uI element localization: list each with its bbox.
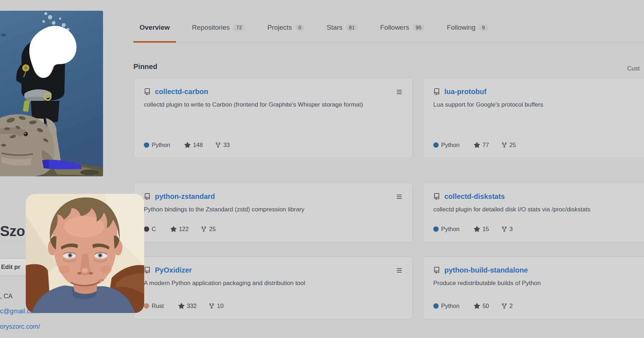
tab-stars[interactable]: Stars 81 [321,12,364,43]
fork-count-value: 33 [223,142,230,148]
star-count-value: 77 [482,142,489,148]
star-count[interactable]: 50 [474,303,489,309]
repo-book-icon [433,267,440,274]
repo-forked-icon [215,142,221,148]
language-dot [144,226,149,232]
profile-avatar-photo[interactable] [0,11,103,176]
star-count-value: 15 [482,226,489,232]
fork-count-value: 3 [509,226,513,232]
tab-counter: 95 [413,24,425,31]
repo-forked-icon [501,303,507,309]
repo-forked-icon [201,226,207,232]
profile-location: , CA [0,293,13,300]
grabber-icon[interactable] [396,194,402,200]
language-dot [433,303,439,309]
star-count-value: 122 [179,226,189,232]
fork-count[interactable]: 33 [215,142,230,148]
star-count[interactable]: 15 [474,226,489,232]
repo-book-icon [144,88,151,95]
pinned-repo-card: PyOxidizer A modern Python application p… [133,256,413,319]
customize-pins-link[interactable]: Cust [627,65,640,72]
repo-forked-icon [501,226,507,232]
repo-name-link[interactable]: python-zstandard [155,192,215,201]
repo-description: collectd plugin for detailed disk I/O st… [433,205,644,214]
fork-count[interactable]: 25 [201,226,215,232]
tab-label: Projects [267,24,292,31]
fork-count[interactable]: 25 [501,142,516,148]
language-label: Python [441,142,459,148]
tab-label: Following [447,24,475,31]
repo-book-icon [433,88,440,95]
language-dot [433,142,439,148]
star-count[interactable]: 122 [170,226,189,232]
repo-name-link[interactable]: collectd-diskstats [444,192,505,201]
fork-count-value: 2 [509,303,513,309]
tab-label: Stars [327,24,342,31]
grabber-icon[interactable] [396,268,402,273]
repo-book-icon [144,193,151,200]
github-profile-page: { "profile": { "name_visible": "Szo", "e… [0,0,644,338]
repo-name-link[interactable]: lua-protobuf [444,88,487,96]
repo-book-icon [144,267,151,274]
star-icon [474,303,480,309]
pinned-repo-card: lua-protobuf Lua support for Google's pr… [423,78,644,158]
language-label: C [152,226,156,232]
fork-count[interactable]: 2 [501,303,513,309]
pinned-repo-card: python-build-standalone Produce redistri… [423,256,644,319]
tab-counter: 9 [479,24,488,31]
grabber-icon[interactable] [396,89,402,95]
star-icon [178,303,185,309]
star-count-value: 332 [187,303,197,309]
star-count[interactable]: 77 [474,142,489,148]
tab-projects[interactable]: Projects 0 [261,12,311,43]
star-count-value: 50 [482,303,489,309]
repo-description: Python bindings to the Zstandard (zstd) … [144,205,402,214]
star-icon [170,226,177,232]
language-label: Rust [152,303,164,309]
tab-following[interactable]: Following 9 [441,12,494,43]
fork-count-value: 25 [209,226,215,232]
overlay-selfie-photo [26,194,144,313]
language-label: Python [152,142,170,148]
tab-label: Overview [140,24,170,31]
diver-photo-illustration [0,11,103,176]
repo-description: collectd plugin to write to Carbon (fron… [144,100,402,109]
pinned-repo-card: collectd-carbon collectd plugin to write… [133,78,413,158]
pinned-repo-card: collectd-diskstats collectd plugin for d… [423,183,644,242]
repo-description: Produce redistributable builds of Python [433,279,644,288]
tab-followers[interactable]: Followers 95 [374,12,430,43]
fork-count[interactable]: 10 [209,303,223,309]
tab-repositories[interactable]: Repositories 72 [186,12,252,43]
pinned-section-title: Pinned [133,63,157,71]
tab-overview[interactable]: Overview [133,12,176,43]
repo-name-link[interactable]: python-build-standalone [444,266,528,274]
star-count[interactable]: 332 [178,303,197,309]
fork-count-value: 25 [509,142,516,148]
repo-name-link[interactable]: collectd-carbon [155,88,208,96]
star-count-value: 148 [193,142,203,148]
tab-counter: 81 [346,24,358,31]
language-dot [144,303,149,309]
star-icon [184,142,191,148]
repo-description: A modern Python application packaging an… [144,279,402,288]
repo-forked-icon [209,303,215,309]
tab-counter: 0 [295,24,304,31]
star-icon [474,142,480,148]
fork-count[interactable]: 3 [501,226,513,232]
repo-book-icon [433,193,440,200]
selfie-illustration [26,194,144,313]
language-label: Python [441,226,459,232]
repo-name-link[interactable]: PyOxidizer [155,266,192,274]
repo-description: Lua support for Google's protocol buffer… [433,100,644,109]
fork-count-value: 10 [217,303,223,309]
profile-website-link[interactable]: oryszorc.com/ [0,323,40,330]
language-dot [144,142,149,148]
tab-label: Repositories [192,24,230,31]
pinned-repo-card: python-zstandard Python bindings to the … [133,183,413,242]
tab-counter: 72 [233,24,245,31]
language-dot [433,226,439,232]
profile-name: Szo [0,223,25,239]
profile-tab-bar: Overview Repositories 72 Projects 0 Star… [133,0,644,43]
star-count[interactable]: 148 [184,142,203,148]
language-label: Python [441,303,459,309]
